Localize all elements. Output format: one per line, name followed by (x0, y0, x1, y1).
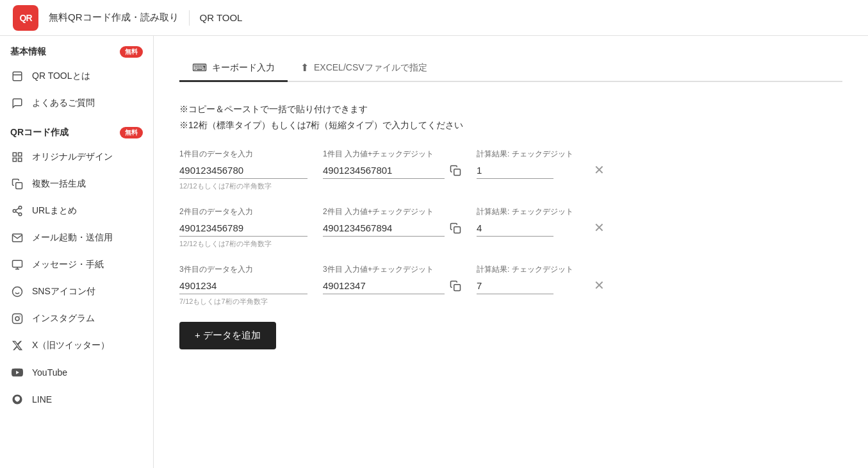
svg-point-20 (19, 315, 20, 317)
input-field-1[interactable] (179, 162, 307, 179)
result-with-copy-3 (323, 278, 461, 294)
notice: ※コピー＆ペーストで一括で貼り付けできます ※12桁（標準タイプ）もしくは7桁（… (179, 101, 842, 133)
grid-icon (10, 150, 24, 164)
result-field-2[interactable] (323, 220, 445, 237)
data-row-3: 3件目のデータを入力 7/12もしくは7桁の半角数字 3件目 入力値+チェックデ… (179, 264, 842, 306)
remove-button-3[interactable]: ✕ (589, 272, 610, 298)
logo: QR (13, 5, 38, 31)
sidebar-item-line[interactable]: LINE (0, 386, 153, 413)
svg-rect-6 (16, 183, 22, 189)
input-hint-2: 12/12もしくは7桁の半角数字 (179, 239, 307, 249)
check-label-3: 計算結果: チェックデジット (477, 264, 573, 275)
input-group-3: 3件目のデータを入力 7/12もしくは7桁の半角数字 (179, 264, 307, 306)
remove-button-2[interactable]: ✕ (589, 215, 610, 240)
check-field-1[interactable] (477, 162, 553, 179)
sidebar-item-twitter[interactable]: X（旧ツイッター） (0, 332, 153, 359)
check-label-1: 計算結果: チェックデジット (477, 149, 573, 160)
sidebar-item-message-label: メッセージ・手紙 (32, 259, 104, 271)
sidebar-item-instagram[interactable]: インスタグラム (0, 305, 153, 332)
sidebar-item-faq-label: よくあるご質問 (32, 97, 95, 109)
sidebar-section1-header: 基本情報 無料 (0, 36, 153, 63)
svg-rect-0 (13, 72, 22, 81)
sidebar-item-message[interactable]: メッセージ・手紙 (0, 251, 153, 278)
main-content: ⌨ キーボード入力 ⬆ EXCEL/CSVファイルで指定 ※コピー＆ペーストで一… (154, 36, 868, 468)
copy-button-3[interactable] (450, 280, 461, 292)
sidebar-item-qrtool-label: QR TOOLとは (32, 71, 90, 82)
result-group-3: 3件目 入力値+チェックデジット (323, 264, 461, 294)
copy-icon (10, 177, 24, 191)
sidebar-item-sns-label: SNSアイコン付 (32, 286, 95, 297)
sidebar-section1-title: 基本情報 (10, 46, 46, 58)
input-label-1: 1件目のデータを入力 (179, 149, 307, 160)
input-group-1: 1件目のデータを入力 12/12もしくは7桁の半角数字 (179, 149, 307, 191)
svg-rect-4 (13, 158, 16, 162)
sidebar-section2-badge: 無料 (120, 127, 143, 138)
input-hint-3: 7/12もしくは7桁の半角数字 (179, 297, 307, 306)
sidebar-item-bulk-label: 複数一括生成 (32, 178, 86, 190)
check-group-1: 計算結果: チェックデジット (477, 149, 573, 179)
sidebar: 基本情報 無料 QR TOOLとは よくあるご質問 QRコード作成 無料 オリジ… (0, 36, 154, 468)
result-field-1[interactable] (323, 162, 445, 179)
upload-icon: ⬆ (300, 62, 309, 74)
result-group-1: 1件目 入力値+チェックデジット (323, 149, 461, 179)
result-label-2: 2件目 入力値+チェックデジット (323, 206, 461, 217)
tab-keyboard-label: キーボード入力 (212, 62, 275, 74)
sidebar-item-youtube-label: YouTube (32, 367, 67, 378)
header-subtitle: QR TOOL (200, 12, 243, 23)
input-label-3: 3件目のデータを入力 (179, 264, 307, 275)
instagram-icon (10, 312, 24, 326)
check-field-2[interactable] (477, 220, 553, 237)
sidebar-item-line-label: LINE (32, 394, 52, 405)
sidebar-item-bulk[interactable]: 複数一括生成 (0, 171, 153, 197)
input-field-3[interactable] (179, 278, 307, 294)
result-label-3: 3件目 入力値+チェックデジット (323, 264, 461, 275)
tab-keyboard[interactable]: ⌨ キーボード入力 (179, 55, 288, 82)
input-hint-1: 12/12もしくは7桁の半角数字 (179, 181, 307, 191)
header: QR 無料QRコード作成・読み取り QR TOOL (0, 0, 868, 36)
data-row-2: 2件目のデータを入力 12/12もしくは7桁の半角数字 2件目 入力値+チェック… (179, 206, 842, 249)
input-field-2[interactable] (179, 220, 307, 237)
svg-rect-18 (13, 314, 22, 324)
tab-excel-label: EXCEL/CSVファイルで指定 (314, 62, 427, 74)
result-field-3[interactable] (323, 278, 445, 294)
result-with-copy-2 (323, 220, 461, 237)
check-field-3[interactable] (477, 278, 553, 294)
tabs: ⌨ キーボード入力 ⬆ EXCEL/CSVファイルで指定 (179, 55, 842, 82)
sidebar-item-sns[interactable]: SNSアイコン付 (0, 278, 153, 305)
sidebar-section2-header: QRコード作成 無料 (0, 117, 153, 144)
sidebar-item-faq[interactable]: よくあるご質問 (0, 90, 153, 117)
smile-icon (10, 285, 24, 299)
copy-button-1[interactable] (450, 165, 461, 176)
sidebar-item-mail-label: メール起動・送信用 (32, 232, 113, 244)
sidebar-item-youtube[interactable]: YouTube (0, 359, 153, 386)
remove-button-1[interactable]: ✕ (589, 157, 610, 183)
layout: 基本情報 無料 QR TOOLとは よくあるご質問 QRコード作成 無料 オリジ… (0, 36, 868, 468)
sidebar-item-twitter-label: X（旧ツイッター） (32, 340, 110, 351)
keyboard-icon: ⌨ (192, 62, 207, 74)
book-icon (10, 69, 24, 83)
share-icon (10, 204, 24, 218)
svg-point-7 (19, 206, 22, 210)
header-divider (189, 10, 190, 26)
add-data-button[interactable]: + データを追加 (179, 322, 276, 349)
svg-rect-21 (454, 169, 461, 176)
tab-excel[interactable]: ⬆ EXCEL/CSVファイルで指定 (288, 55, 440, 82)
svg-rect-23 (454, 285, 461, 291)
youtube-icon (10, 365, 24, 380)
sidebar-item-instagram-label: インスタグラム (32, 313, 95, 324)
sidebar-item-original-label: オリジナルデザイン (32, 151, 113, 163)
copy-button-2[interactable] (450, 222, 461, 234)
sidebar-item-qrtool[interactable]: QR TOOLとは (0, 63, 153, 90)
add-button-label: + データを追加 (195, 330, 261, 342)
svg-point-19 (15, 317, 19, 321)
sidebar-section2-title: QRコード作成 (10, 127, 69, 138)
sidebar-item-original[interactable]: オリジナルデザイン (0, 144, 153, 171)
svg-point-8 (13, 210, 16, 213)
sidebar-item-mail[interactable]: メール起動・送信用 (0, 224, 153, 251)
svg-line-10 (15, 212, 19, 213)
notice-line2: ※12桁（標準タイプ）もしくは7桁（短縮タイプ）で入力してください (179, 117, 842, 133)
sidebar-section1-badge: 無料 (120, 46, 143, 58)
sidebar-item-url[interactable]: URLまとめ (0, 197, 153, 224)
svg-line-11 (15, 208, 19, 210)
check-label-2: 計算結果: チェックデジット (477, 206, 573, 217)
